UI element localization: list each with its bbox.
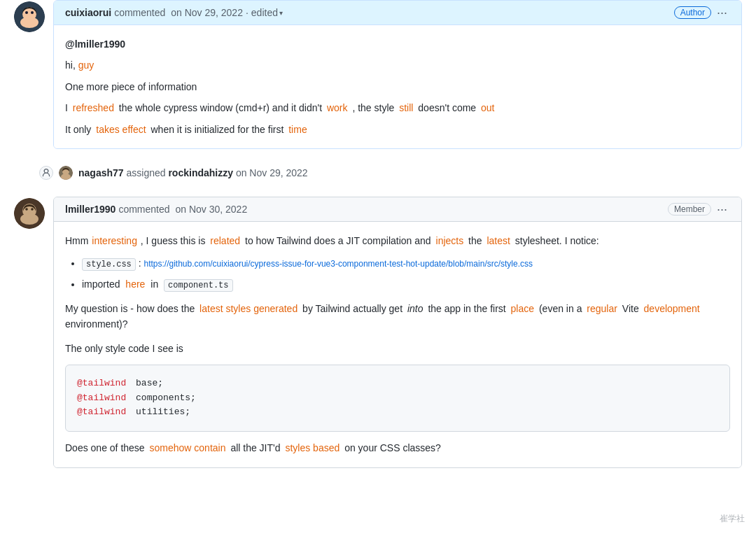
comment-1-line4: It only takes effect when it is initiali… (65, 122, 730, 137)
comment-1-username[interactable]: cuixiaorui (65, 7, 111, 18)
comment-1-separator: · (246, 7, 248, 18)
comment-2-body: Hmm interesting , I guess this is relate… (54, 222, 741, 467)
comment-1-line1: hi, guy (65, 57, 730, 73)
avatar-nagash77 (59, 166, 73, 180)
member-badge: Member (668, 203, 711, 216)
comment-2-box: lmiller1990 commented on Nov 30, 2022 Me… (53, 197, 742, 468)
code-line-3: @tailwind utilities; (77, 405, 718, 420)
comment-2-p2: My question is - how does the latest sty… (65, 301, 730, 332)
comment-2-action: commented on Nov 30, 2022 (118, 204, 247, 215)
comment-1-line2: One more piece of information (65, 79, 730, 94)
author-badge: Author (674, 6, 711, 19)
comment-2-p4: Does one of these somehow contain all th… (65, 440, 730, 456)
comment-2-p3: The only style code I see is (65, 341, 730, 356)
comment-1-action: commented on Nov 29, 2022 (114, 7, 243, 18)
assignment-event: nagash77 assigned rockindahizzy on Nov 2… (0, 160, 756, 185)
assign-icon (39, 166, 53, 180)
avatar-lmiller1990 (14, 198, 45, 229)
comment-2-header: lmiller1990 commented on Nov 30, 2022 Me… (54, 197, 741, 222)
comment-2-list: style.css : https://github.com/cuixiaoru… (65, 255, 730, 292)
style-css-link[interactable]: https://github.com/cuixiaorui/cypress-is… (144, 259, 533, 269)
svg-point-2 (20, 17, 38, 28)
list-item-2: imported here in component.ts (82, 276, 730, 292)
code-line-1: @tailwind base; (77, 376, 718, 391)
svg-point-3 (25, 11, 28, 14)
chevron-down-icon[interactable]: ▾ (279, 9, 283, 17)
comment-1-mention: @lmiller1990 (65, 36, 730, 52)
inline-code-style-css: style.css (82, 258, 136, 271)
comment-1-wrapper: cuixiaorui commented on Nov 29, 2022 · e… (0, 0, 756, 149)
comment-1-line3: I refreshed the whole cypress window (cm… (65, 100, 730, 115)
comment-2-p1: Hmm interesting , I guess this is relate… (65, 233, 730, 248)
more-options-button[interactable]: ··· (714, 6, 730, 19)
more-options-button-2[interactable]: ··· (714, 203, 730, 216)
comment-2-wrapper: lmiller1990 commented on Nov 30, 2022 Me… (0, 197, 756, 468)
timeline: cuixiaorui commented on Nov 29, 2022 · e… (0, 0, 756, 493)
list-item-1: style.css : https://github.com/cuixiaoru… (82, 255, 730, 271)
svg-point-11 (25, 208, 28, 211)
comment-1-header: cuixiaorui commented on Nov 29, 2022 · e… (54, 1, 741, 25)
comment-1-body: @lmiller1990 hi, guy One more piece of i… (54, 25, 741, 148)
code-line-2: @tailwind components; (77, 391, 718, 406)
code-block: @tailwind base; @tailwind components; @t… (65, 365, 730, 432)
svg-point-10 (20, 213, 38, 225)
inline-code-component-ts: component.ts (164, 279, 232, 292)
event-text: nagash77 assigned rockindahizzy on Nov 2… (78, 167, 308, 178)
svg-point-12 (31, 208, 34, 211)
avatar-cuixiaorui (14, 1, 45, 32)
comment-2-username[interactable]: lmiller1990 (65, 204, 115, 215)
svg-point-4 (31, 11, 34, 14)
comment-1-edited: edited ▾ (251, 7, 283, 18)
comment-1-box: cuixiaorui commented on Nov 29, 2022 · e… (53, 0, 742, 149)
